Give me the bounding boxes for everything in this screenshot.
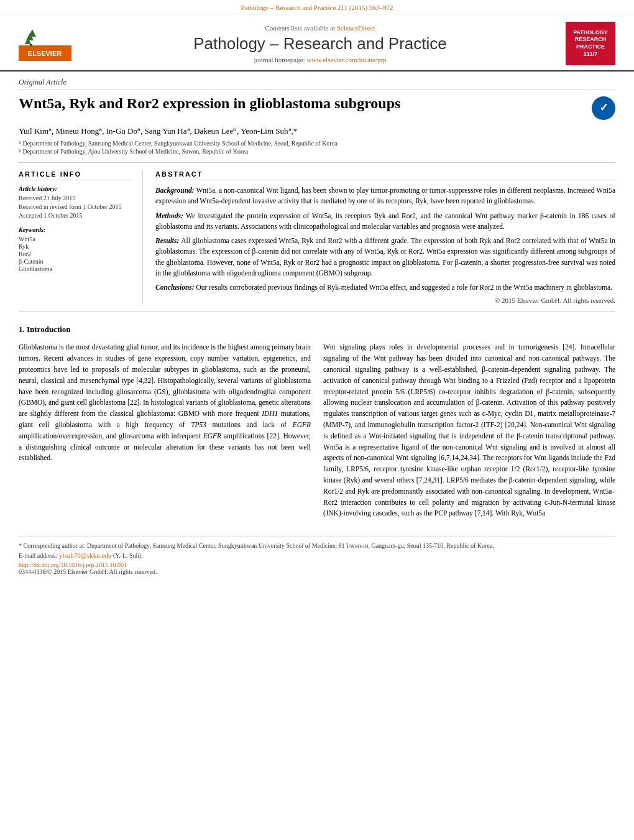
copyright: © 2015 Elsevier GmbH. All rights reserve… xyxy=(155,297,615,304)
intro-col-left: Glioblastoma is the most devastating gli… xyxy=(19,342,311,524)
article-info-heading: ARTICLE INFO xyxy=(19,170,133,180)
email-footnote: E-mail address: ylsuh76@skku.edu (Y.-L. … xyxy=(19,552,615,559)
journal-header: ELSEVIER Contents lists available at Sci… xyxy=(0,14,634,72)
keyword-0: Wnt5a xyxy=(19,236,133,242)
keyword-3: β-Catenin xyxy=(19,258,133,265)
issn-line: 0344-0338/© 2015 Elsevier GmbH. All righ… xyxy=(19,568,615,575)
article-info-abstract-row: ARTICLE INFO Article history: Received 2… xyxy=(19,170,615,304)
history-label: Article history: xyxy=(19,185,133,192)
methods-label: Methods: xyxy=(155,212,183,219)
journal-name: Pathology – Research and Practice xyxy=(75,34,566,53)
intro-para2: Wnt signaling plays roles in development… xyxy=(323,342,615,519)
keywords-section: Keywords: Wnt5a Ryk Ror2 β-Catenin Gliob… xyxy=(19,226,133,272)
keyword-4: Glioblastoma xyxy=(19,265,133,272)
keywords-label: Keywords: xyxy=(19,226,133,233)
intro-para1: Glioblastoma is the most devastating gli… xyxy=(19,342,311,464)
citation-text: Pathology – Research and Practice 211 (2… xyxy=(241,4,393,11)
svg-text:ELSEVIER: ELSEVIER xyxy=(28,50,62,57)
crossmark-badge[interactable]: ✓ xyxy=(592,96,615,120)
footer-area: * Corresponding author at: Department of… xyxy=(19,537,615,575)
affiliation-a: ᵃ Department of Pathology, Samsung Medic… xyxy=(19,140,615,147)
received1: Received 21 July 2015 xyxy=(19,195,133,201)
svg-marker-4 xyxy=(29,29,36,37)
abstract-col: ABSTRACT Background: Wnt5a, a non-canoni… xyxy=(155,170,615,304)
intro-heading: 1. Introduction xyxy=(19,325,615,335)
background-text: Wnt5a, a non-canonical Wnt ligand, has b… xyxy=(155,187,615,205)
intro-body-cols: Glioblastoma is the most devastating gli… xyxy=(19,342,615,524)
email-label: E-mail address: xyxy=(19,552,57,559)
results-label: Results: xyxy=(155,237,179,244)
keyword-1: Ryk xyxy=(19,243,133,250)
background-label: Background: xyxy=(155,187,195,194)
journal-logo-right: PATHOLOGY RESEARCH PRACTICE 211/7 xyxy=(566,22,615,65)
doi-line[interactable]: http://dx.doi.org/10.1016/j.prp.2015.10.… xyxy=(19,561,615,568)
email-suffix: (Y.-L. Suh). xyxy=(113,552,143,559)
divider2 xyxy=(19,312,615,312)
main-content: Original Article Wnt5a, Ryk and Ror2 exp… xyxy=(0,72,634,588)
abstract-results: Results: All glioblastoma cases expresse… xyxy=(155,236,615,279)
article-type: Original Article xyxy=(19,78,615,90)
affiliation-b: ᵇ Department of Pathology, Ajou Universi… xyxy=(19,148,615,155)
results-text: All glioblastoma cases expressed Wnt5a, … xyxy=(155,237,615,277)
footnote-star-text: * Corresponding author at: Department of… xyxy=(19,542,494,549)
conclusions-text: Our results corroborated previous findin… xyxy=(196,284,613,291)
elsevier-logo: ELSEVIER xyxy=(19,27,75,61)
revised: Received in revised form 1 October 2015 xyxy=(19,203,133,210)
intro-col-right: Wnt signaling plays roles in development… xyxy=(323,342,615,524)
homepage-url[interactable]: www.elsevier.com/locate/prp xyxy=(306,56,386,63)
corresponding-author-note: * Corresponding author at: Department of… xyxy=(19,542,615,549)
keyword-2: Ror2 xyxy=(19,251,133,257)
accepted: Accepted 1 October 2015 xyxy=(19,212,133,219)
abstract-heading: ABSTRACT xyxy=(155,170,615,180)
conclusions-label: Conclusions: xyxy=(155,284,195,291)
methods-text: We investigated the protein expression o… xyxy=(155,212,615,230)
contents-available: Contents lists available at ScienceDirec… xyxy=(75,24,566,32)
article-title-row: Wnt5a, Ryk and Ror2 expression in gliobl… xyxy=(19,94,615,120)
email-link[interactable]: ylsuh76@skku.edu xyxy=(59,552,111,559)
intro-section: 1. Introduction Glioblastoma is the most… xyxy=(19,325,615,524)
abstract-background: Background: Wnt5a, a non-canonical Wnt l… xyxy=(155,185,615,207)
sciencedirect-link[interactable]: ScienceDirect xyxy=(337,24,375,32)
article-info-col: ARTICLE INFO Article history: Received 2… xyxy=(19,170,143,304)
homepage-line: journal homepage: www.elsevier.com/locat… xyxy=(75,56,566,63)
svg-rect-5 xyxy=(30,44,32,46)
divider xyxy=(19,162,615,163)
abstract-methods: Methods: We investigated the protein exp… xyxy=(155,211,615,233)
journal-citation-bar: Pathology – Research and Practice 211 (2… xyxy=(0,0,634,14)
article-title: Wnt5a, Ryk and Ror2 expression in gliobl… xyxy=(19,94,400,113)
journal-title-area: Contents lists available at ScienceDirec… xyxy=(75,24,566,63)
authors: Yuil Kimᵃ, Mineui Hongᵃ, In-Gu Doᵃ, Sang… xyxy=(19,126,615,136)
abstract-conclusions: Conclusions: Our results corroborated pr… xyxy=(155,282,615,293)
